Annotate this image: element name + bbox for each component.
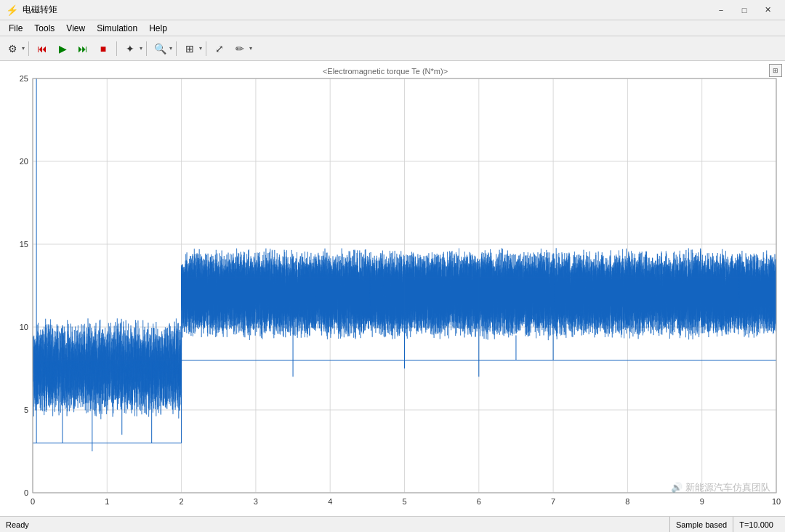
minimize-button[interactable]: − (709, 0, 733, 20)
settings-button[interactable]: ⚙ (3, 39, 22, 58)
fitview-dropdown[interactable]: ⊞ ▾ (180, 39, 202, 58)
svg-text:5: 5 (24, 406, 28, 414)
svg-text:7: 7 (551, 497, 555, 506)
svg-text:0: 0 (24, 488, 28, 497)
svg-text:15: 15 (20, 240, 28, 249)
statusbar: Ready Sample based T=10.000 (0, 516, 785, 532)
maximize-button[interactable]: □ (733, 0, 756, 20)
window-title: 电磁转矩 (23, 4, 709, 16)
svg-text:6: 6 (477, 497, 481, 506)
expand-button[interactable]: ⊞ (769, 64, 782, 77)
options-dropdown[interactable]: ✦ ▾ (121, 39, 142, 58)
toolbar: ⚙ ▾ ⏮ ▶ ⏭ ■ ✦ ▾ 🔍 ▾ ⊞ ▾ ⤢ ✏ ▾ (0, 36, 785, 61)
app-icon: ⚡ (6, 4, 18, 16)
fitview-button[interactable]: ⊞ (180, 39, 199, 58)
svg-text:4: 4 (328, 497, 332, 506)
pen-button[interactable]: ✏ (230, 39, 249, 58)
svg-text:0: 0 (31, 497, 35, 506)
options-arrow: ▾ (140, 45, 142, 52)
titlebar: ⚡ 电磁转矩 − □ ✕ (0, 0, 785, 20)
zoom-button[interactable]: 🔍 (150, 39, 169, 58)
close-button[interactable]: ✕ (756, 0, 779, 20)
menubar: File Tools View Simulation Help (0, 20, 785, 36)
svg-text:9: 9 (700, 497, 704, 506)
toolbar-separator-2 (116, 41, 117, 56)
options-button[interactable]: ✦ (121, 39, 140, 58)
settings-arrow: ▾ (22, 45, 25, 52)
svg-text:25: 25 (20, 74, 28, 83)
play-button[interactable]: ▶ (53, 39, 72, 58)
plot-wrapper: <Electromagnetic torque Te (N*m)> ⊞ 0123… (0, 61, 785, 516)
status-ready: Ready (6, 520, 669, 529)
menu-tools[interactable]: Tools (28, 22, 60, 35)
svg-text:10: 10 (20, 323, 28, 331)
sample-based-label: Sample based (669, 517, 733, 533)
pen-dropdown[interactable]: ✏ ▾ (230, 39, 252, 58)
status-right-section: Sample based T=10.000 (669, 517, 779, 533)
menu-simulation[interactable]: Simulation (91, 22, 143, 35)
menu-help[interactable]: Help (143, 22, 173, 35)
svg-text:8: 8 (625, 497, 629, 506)
svg-text:10: 10 (772, 497, 781, 506)
window-controls: − □ ✕ (709, 0, 779, 20)
toolbar-separator-4 (176, 41, 177, 56)
stop-button[interactable]: ■ (94, 39, 113, 58)
svg-text:1: 1 (105, 497, 109, 506)
toolbar-separator-5 (206, 41, 206, 56)
toolbar-separator-3 (146, 41, 147, 56)
toolbar-separator-1 (28, 41, 29, 56)
cursor-button[interactable]: ⤢ (210, 39, 229, 58)
zoom-dropdown[interactable]: 🔍 ▾ (150, 39, 172, 58)
step-button[interactable]: ⏭ (73, 39, 92, 58)
zoom-arrow: ▾ (169, 45, 172, 52)
rewind-button[interactable]: ⏮ (33, 39, 52, 58)
chart-area[interactable]: 0123456789100510152025 (0, 61, 785, 516)
svg-text:5: 5 (402, 497, 406, 506)
settings-dropdown[interactable]: ⚙ ▾ (3, 39, 25, 58)
pen-arrow: ▾ (249, 45, 252, 52)
svg-text:3: 3 (254, 497, 258, 506)
main-area: <Electromagnetic torque Te (N*m)> ⊞ 0123… (0, 61, 785, 516)
menu-file[interactable]: File (3, 22, 28, 35)
svg-text:20: 20 (20, 157, 28, 166)
fitview-arrow: ▾ (199, 45, 202, 52)
time-label: T=10.000 (733, 517, 779, 533)
menu-view[interactable]: View (60, 22, 91, 35)
svg-text:2: 2 (180, 497, 184, 506)
